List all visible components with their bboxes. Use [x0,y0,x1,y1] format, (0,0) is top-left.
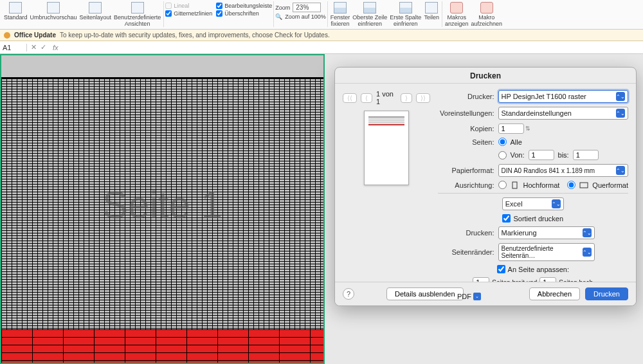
preview-column: ⟨⟨ ⟨ 1 von 1 ⟩ ⟩⟩ [343,90,430,287]
svg-rect-1 [580,183,588,188]
dialog-title: Drucken [335,68,636,84]
update-title: Office Update [14,32,56,39]
pages-range-radio[interactable] [498,151,507,159]
view-custom-button[interactable]: Benutzerdefinierte Ansichten [113,1,162,28]
copies-input[interactable] [498,123,524,134]
cancel-formula-icon[interactable]: ✕ [31,43,37,51]
svg-rect-0 [512,182,517,188]
orientation-portrait-radio[interactable] [498,181,507,189]
page-next-button[interactable]: ⟩ [401,93,412,103]
zoom-select[interactable]: 23% [293,3,321,12]
margins-label: Seitenränder: [438,248,494,256]
pages-label: Seiten: [438,138,494,146]
view-pagebreak-button[interactable]: Umbruchvorschau [29,1,78,21]
fit-to-page-checkbox[interactable] [497,265,505,273]
warning-icon [4,32,10,39]
print-preview-page [364,111,409,185]
hide-details-button[interactable]: Details ausblenden [386,287,464,300]
collate-checkbox[interactable] [502,214,511,223]
view-checkboxes-2: Bearbeitungsleiste Überschriften [216,1,272,17]
spreadsheet-view[interactable]: Seite 1 [0,54,325,364]
headings-checkbox[interactable]: Überschriften [216,10,272,17]
printer-label: Drucker: [438,93,494,100]
formula-bar: A1 ✕ ✓ fx [0,41,643,54]
view-macros-button[interactable]: Makros anzeigen [444,1,470,28]
page-indicator: 1 von 1 [376,90,397,105]
view-checkboxes: Lineal Gitternetzlinien [165,1,212,17]
pages-all-label: Alle [511,138,522,146]
print-what-label: Drucken: [438,229,494,237]
freeze-panes-button[interactable]: Fenster fixieren [329,1,352,28]
ruler-checkbox[interactable]: Lineal [165,3,212,9]
update-notification-bar[interactable]: Office Update To keep up-to-date with se… [0,30,643,41]
zoom-100-button[interactable]: 🔍Zoom auf 100% [275,14,326,20]
paper-label: Papierformat: [438,167,494,174]
landscape-label: Querformat [592,181,628,189]
update-message: To keep up-to-date with security updates… [60,32,330,39]
freeze-top-button[interactable]: Oberste Zeile einfrieren [351,1,388,28]
printer-select[interactable]: HP DesignJet T1600 raster⌃⌄ [498,90,629,103]
zoom-group: Zoom23% 🔍Zoom auf 100% [275,1,326,20]
name-box[interactable]: A1 [0,44,27,51]
portrait-label: Hochformat [523,181,560,189]
page-prev-button[interactable]: ⟨ [361,93,372,103]
settings-column: Drucker: HP DesignJet T1600 raster⌃⌄ Vor… [438,90,629,287]
confirm-formula-icon[interactable]: ✓ [41,43,46,51]
paper-select[interactable]: DIN A0 Randlos 841 x 1.189 mm⌃⌄ [498,164,629,177]
pages-all-radio[interactable] [498,138,507,146]
print-what-select[interactable]: Markierung⌃⌄ [498,226,595,239]
presets-label: Voreinstellungen: [438,109,494,117]
pages-from-label: Von: [511,151,525,159]
print-button[interactable]: Drucken [585,287,628,300]
print-dialog: Drucken ⟨⟨ ⟨ 1 von 1 ⟩ ⟩⟩ Drucker: HP De… [334,67,637,306]
split-button[interactable]: Teilen [422,1,440,21]
pages-from-input[interactable] [529,150,554,160]
pages-to-input[interactable] [573,150,599,160]
presets-select[interactable]: Standardeinstellungen⌃⌄ [498,107,629,120]
orientation-label: Ausrichtung: [438,181,494,189]
pdf-dropdown[interactable]: PDF⌄ [457,293,481,300]
gridlines-checkbox[interactable]: Gitternetzlinien [165,10,212,17]
cancel-button[interactable]: Abbrechen [529,287,580,300]
view-pagelayout-button[interactable]: Seitenlayout [78,1,113,21]
portrait-icon [511,181,520,189]
margins-select[interactable]: Benutzerdefinierte Seitenrän…⌃⌄ [498,243,595,261]
pages-to-label: bis: [558,151,569,159]
record-macro-button[interactable]: Makro aufzeichnen [469,1,503,28]
view-standard-button[interactable]: Standard [3,1,29,21]
collate-label: Sortiert drucken [513,215,563,223]
page-first-button[interactable]: ⟨⟨ [343,93,357,103]
ribbon-toolbar: Standard Umbruchvorschau Seitenlayout Be… [0,0,643,30]
help-button[interactable]: ? [343,288,354,300]
fit-to-page-label: An Seite anpassen: [508,266,569,273]
copies-label: Kopien: [438,125,494,132]
landscape-icon [579,181,588,189]
dialog-footer: ? Details ausblenden PDF⌄ Abbrechen Druc… [335,282,636,305]
freeze-first-button[interactable]: Erste Spalte einfrieren [388,1,422,28]
app-select[interactable]: Excel⌃⌄ [502,197,564,210]
formulabar-checkbox[interactable]: Bearbeitungsleiste [216,3,272,9]
stepper-icon[interactable]: ⇅ [525,125,530,132]
page-last-button[interactable]: ⟩⟩ [416,93,430,103]
orientation-landscape-radio[interactable] [567,181,575,189]
fx-label: fx [53,44,59,51]
